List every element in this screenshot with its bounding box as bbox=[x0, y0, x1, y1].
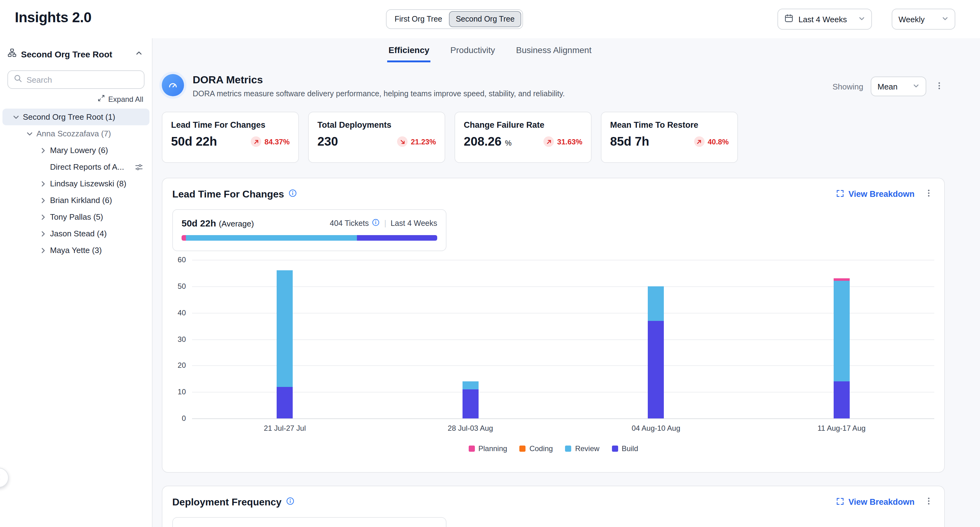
tree-item-tony-pallas-5[interactable]: Tony Pallas (5) bbox=[2, 209, 150, 225]
y-axis-tick: 60 bbox=[178, 256, 186, 264]
metric-card-change-failure-rate: Change Failure Rate208.26 %31.63% bbox=[455, 112, 592, 163]
stacked-bar-21-jul-27-jul[interactable] bbox=[277, 270, 293, 418]
legend-item-coding[interactable]: Coding bbox=[520, 444, 553, 453]
bar-segment-build bbox=[834, 381, 850, 418]
average-value-group: 50d 22h (Average) bbox=[181, 218, 254, 229]
legend-label: Review bbox=[575, 444, 600, 453]
sidebar: Second Org Tree Root Expand All Second O… bbox=[0, 38, 153, 527]
metric-title: Change Failure Rate bbox=[464, 120, 582, 130]
chevron-right-icon[interactable] bbox=[38, 145, 48, 155]
chevron-left-icon bbox=[0, 472, 3, 483]
tree-item-mary-lowery-6[interactable]: Mary Lowery (6) bbox=[2, 142, 150, 159]
y-axis-tick: 20 bbox=[178, 361, 186, 370]
chevron-down-icon bbox=[858, 14, 865, 24]
tree-item-maya-yette-3[interactable]: Maya Yette (3) bbox=[2, 242, 150, 259]
tree-item-second-org-tree-root-1[interactable]: Second Org Tree Root (1) bbox=[2, 109, 150, 125]
org-tree-toggle: First Org TreeSecond Org Tree bbox=[386, 9, 523, 29]
date-range-select[interactable]: Last 4 Weeks bbox=[778, 9, 872, 30]
lead-time-menu-button[interactable] bbox=[923, 187, 934, 200]
granularity-value: Weekly bbox=[899, 14, 925, 24]
search-icon bbox=[14, 74, 22, 85]
lead-time-panel-title: Lead Time For Changes bbox=[172, 189, 284, 200]
lead-time-summary-card: 50d 22h (Average) 404 Tickets | Last 4 W… bbox=[172, 209, 447, 251]
bar-column-04-aug-10-aug bbox=[563, 260, 749, 418]
org-toggle-second-org-tree[interactable]: Second Org Tree bbox=[449, 11, 521, 27]
tree-item-label: Jason Stead (4) bbox=[50, 229, 107, 238]
legend-label: Build bbox=[622, 444, 638, 453]
tree-item-label: Lindsay Liszewski (8) bbox=[50, 179, 126, 188]
chevron-right-icon[interactable] bbox=[38, 229, 48, 238]
kebab-icon bbox=[924, 497, 933, 507]
x-axis-label: 28 Jul-03 Aug bbox=[378, 424, 563, 433]
bar-column-28-jul-03-aug bbox=[378, 260, 563, 418]
search-input[interactable] bbox=[27, 75, 138, 84]
legend-item-review[interactable]: Review bbox=[565, 444, 600, 453]
gridline bbox=[192, 418, 934, 419]
org-toggle-first-org-tree[interactable]: First Org Tree bbox=[388, 11, 449, 27]
metric-delta-value: 31.63% bbox=[557, 137, 582, 146]
chevron-down-icon[interactable] bbox=[11, 112, 21, 122]
chevron-down-icon bbox=[913, 82, 920, 91]
kebab-icon bbox=[935, 81, 943, 92]
metric-delta: 84.37% bbox=[251, 137, 290, 147]
deployment-menu-button[interactable] bbox=[923, 495, 934, 508]
chevron-down-icon[interactable] bbox=[25, 129, 35, 138]
sliders-icon[interactable] bbox=[135, 163, 143, 171]
stacked-bar-04-aug-10-aug[interactable] bbox=[648, 286, 664, 418]
bar-column-11-aug-17-aug bbox=[749, 260, 934, 418]
granularity-select[interactable]: Weekly bbox=[892, 9, 955, 30]
legend-item-build[interactable]: Build bbox=[612, 444, 638, 453]
metric-title: Lead Time For Changes bbox=[171, 120, 290, 130]
view-breakdown-button[interactable]: View Breakdown bbox=[836, 497, 915, 507]
tab-business-alignment[interactable]: Business Alignment bbox=[515, 38, 592, 62]
y-axis-tick: 40 bbox=[178, 308, 186, 317]
y-axis-tick: 10 bbox=[178, 387, 186, 396]
app-root: Insights 2.0 First Org TreeSecond Org Tr… bbox=[0, 0, 980, 527]
tree-item-label: Mary Lowery (6) bbox=[50, 146, 108, 155]
main-tabs: EfficiencyProductivityBusiness Alignment bbox=[0, 38, 980, 62]
tree-item-anna-scozzafava-7[interactable]: Anna Scozzafava (7) bbox=[2, 125, 150, 142]
y-axis-tick: 50 bbox=[178, 282, 186, 290]
metric-value: 230 bbox=[317, 135, 338, 149]
tab-productivity[interactable]: Productivity bbox=[449, 38, 496, 62]
view-breakdown-button[interactable]: View Breakdown bbox=[836, 189, 915, 199]
info-icon[interactable] bbox=[288, 189, 297, 200]
tree-item-lindsay-liszewski-8[interactable]: Lindsay Liszewski (8) bbox=[2, 175, 150, 192]
info-icon[interactable] bbox=[372, 219, 380, 228]
metric-card-total-deployments: Total Deployments23021.23% bbox=[308, 112, 445, 163]
expand-corners-icon bbox=[836, 189, 844, 199]
chevron-right-icon[interactable] bbox=[38, 245, 48, 255]
dora-subtitle: DORA metrics measure software delivery p… bbox=[192, 89, 832, 98]
dora-menu-button[interactable] bbox=[934, 80, 945, 93]
chevron-spacer bbox=[38, 162, 48, 172]
tree-item-direct-reports-of-a[interactable]: Direct Reports of A... bbox=[2, 159, 150, 175]
chart-legend: PlanningCodingReviewBuild bbox=[172, 444, 934, 453]
average-value: 50d 22h bbox=[181, 218, 216, 228]
legend-item-planning[interactable]: Planning bbox=[468, 444, 507, 453]
metric-delta: 31.63% bbox=[544, 137, 582, 147]
chevron-right-icon[interactable] bbox=[38, 195, 48, 205]
info-icon[interactable] bbox=[286, 497, 294, 508]
main-content: DORA Metrics DORA metrics measure softwa… bbox=[153, 38, 980, 527]
metric-card-mean-time-to-restore: Mean Time To Restore85d 7h40.8% bbox=[601, 112, 738, 163]
stacked-bar-11-aug-17-aug[interactable] bbox=[834, 278, 850, 418]
tickets-count: 404 Tickets bbox=[330, 219, 369, 228]
trend-up-icon bbox=[694, 137, 705, 147]
legend-swatch bbox=[520, 446, 526, 452]
chevron-right-icon[interactable] bbox=[38, 179, 48, 189]
bar-column-21-jul-27-jul bbox=[192, 260, 378, 418]
tree-item-brian-kirkland-6[interactable]: Brian Kirkland (6) bbox=[2, 192, 150, 209]
dora-section-header: DORA Metrics DORA metrics measure softwa… bbox=[162, 74, 945, 98]
trend-down-icon bbox=[398, 137, 408, 147]
tab-efficiency[interactable]: Efficiency bbox=[387, 38, 430, 62]
legend-label: Planning bbox=[478, 444, 507, 453]
chevron-right-icon[interactable] bbox=[38, 212, 48, 222]
chart-plot-area bbox=[192, 260, 934, 418]
tree-item-jason-stead-4[interactable]: Jason Stead (4) bbox=[2, 225, 150, 242]
stacked-bar-28-jul-03-aug[interactable] bbox=[463, 381, 479, 418]
expand-all-button[interactable]: Expand All bbox=[0, 89, 152, 104]
showing-select[interactable]: Mean bbox=[871, 76, 926, 96]
metric-delta-value: 84.37% bbox=[265, 137, 290, 146]
metric-delta: 21.23% bbox=[398, 137, 436, 147]
metric-value: 208.26 % bbox=[464, 135, 512, 149]
